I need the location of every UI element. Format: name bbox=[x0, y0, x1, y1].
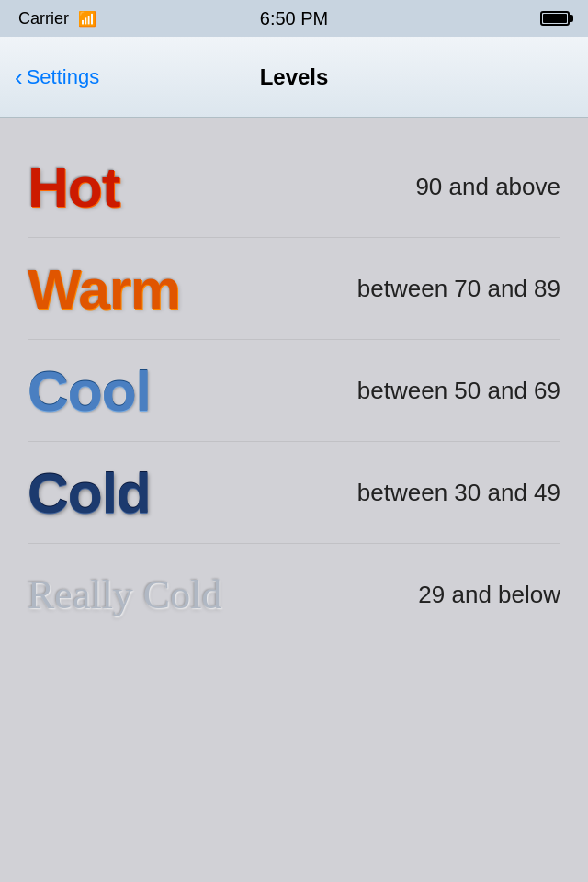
level-desc-hot: 90 and above bbox=[239, 173, 560, 201]
levels-list: Hot 90 and above Warm between 70 and 89 … bbox=[0, 118, 588, 663]
level-desc-warm: between 70 and 89 bbox=[239, 275, 560, 303]
chevron-left-icon: ‹ bbox=[15, 65, 23, 89]
page-title: Levels bbox=[260, 64, 329, 90]
level-row-warm: Warm between 70 and 89 bbox=[0, 238, 588, 339]
level-label-warm: Warm bbox=[28, 256, 239, 322]
status-left: Carrier 📶 bbox=[18, 9, 96, 28]
level-label-hot: Hot bbox=[28, 154, 239, 220]
level-desc-really-cold: 29 and below bbox=[239, 581, 560, 609]
battery-fill bbox=[543, 14, 567, 23]
level-desc-cool: between 50 and 69 bbox=[239, 377, 560, 405]
level-row-hot: Hot 90 and above bbox=[0, 136, 588, 237]
status-bar: Carrier 📶 6:50 PM bbox=[0, 0, 588, 37]
level-row-cool: Cool between 50 and 69 bbox=[0, 340, 588, 441]
battery-icon bbox=[540, 11, 570, 26]
level-row-really-cold: Really Cold 29 and below bbox=[0, 544, 588, 645]
level-label-really-cold: Really Cold bbox=[28, 571, 239, 618]
nav-bar: ‹ Settings Levels bbox=[0, 37, 588, 118]
level-row-cold: Cold between 30 and 49 bbox=[0, 442, 588, 543]
back-button[interactable]: ‹ Settings bbox=[15, 65, 99, 89]
status-time: 6:50 PM bbox=[260, 8, 328, 29]
status-right bbox=[540, 11, 570, 26]
level-label-cold: Cold bbox=[28, 460, 239, 526]
wifi-icon: 📶 bbox=[78, 10, 96, 28]
level-label-cool: Cool bbox=[28, 358, 239, 424]
level-desc-cold: between 30 and 49 bbox=[239, 479, 560, 507]
back-label: Settings bbox=[27, 65, 100, 89]
carrier-label: Carrier bbox=[18, 9, 69, 28]
